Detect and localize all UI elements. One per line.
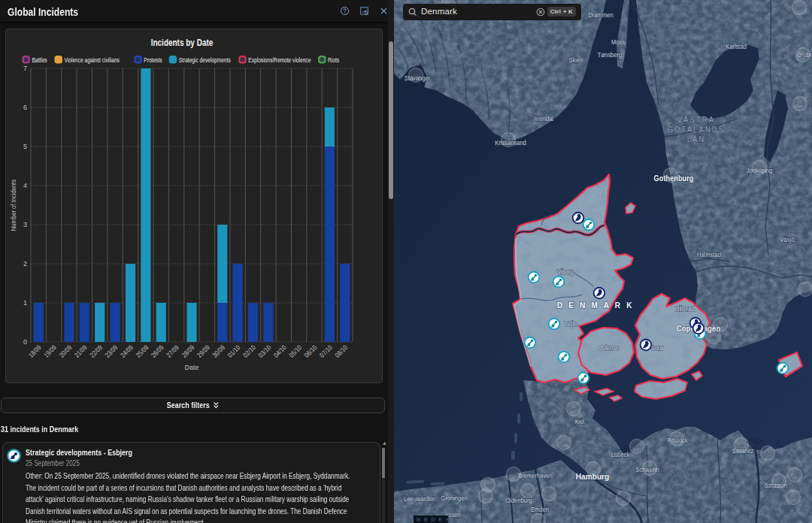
svg-text:Halmstad: Halmstad [697,252,721,259]
svg-text:Date: Date [184,364,198,371]
svg-text:Riots: Riots [328,56,339,64]
svg-text:08/10: 08/10 [333,343,349,359]
svg-text:Lübeck: Lübeck [611,452,630,459]
svg-text:VÄSTRA: VÄSTRA [677,115,715,124]
svg-text:22/09: 22/09 [88,343,104,359]
svg-text:02/10: 02/10 [241,343,257,359]
svg-text:4: 4 [23,182,27,189]
svg-text:21/09: 21/09 [73,343,89,359]
svg-text:23/09: 23/09 [103,343,119,359]
svg-text:05/10: 05/10 [287,343,303,359]
svg-text:Protests: Protests [144,56,162,64]
svg-text:3: 3 [23,221,27,228]
svg-text:Viborg: Viborg [557,269,574,277]
svg-text:Sorø: Sorø [651,345,663,352]
svg-text:LÄN: LÄN [687,135,706,144]
svg-text:Växjö: Växjö [780,237,795,244]
svg-text:Leeuwarden: Leeuwarden [404,496,435,503]
svg-text:28/09: 28/09 [180,343,195,359]
svg-text:Strategic developments: Strategic developments [179,56,231,64]
svg-text:03/10: 03/10 [256,343,272,359]
svg-text:Incidents by Date: Incidents by Date [151,38,214,47]
svg-text:N E D E R: N E D E R [417,517,451,522]
svg-text:Moss: Moss [611,39,625,47]
svg-text:26/09: 26/09 [150,343,165,359]
svg-text:29/09: 29/09 [195,343,211,359]
svg-text:07/10: 07/10 [318,343,334,359]
svg-text:20/09: 20/09 [57,343,73,359]
svg-text:7: 7 [23,65,27,72]
svg-text:1: 1 [23,299,27,307]
svg-text:Kiel: Kiel [575,419,585,426]
svg-text:Battles: Battles [32,56,47,64]
svg-text:Vejle: Vejle [565,321,577,328]
svg-text:2: 2 [23,260,27,268]
svg-text:Tønsberg: Tønsberg [598,52,622,59]
svg-text:Explosions/Remote violence: Explosions/Remote violence [248,56,311,64]
svg-text:Violence against civilians: Violence against civilians [65,56,120,64]
svg-text:Arendal: Arendal [534,116,553,123]
svg-text:Hillerød: Hillerød [675,306,695,313]
svg-text:Drammen: Drammen [588,12,613,20]
svg-text:19/09: 19/09 [42,343,58,359]
svg-text:Karlstad: Karlstad [726,44,747,51]
svg-text:18/09: 18/09 [27,343,43,359]
svg-text:Bremerhaven: Bremerhaven [518,473,552,480]
svg-text:5: 5 [23,143,27,150]
svg-text:30/09: 30/09 [211,343,226,359]
svg-text:Skien: Skien [569,57,583,65]
svg-text:25/09: 25/09 [134,343,150,359]
svg-text:27/09: 27/09 [165,343,180,359]
svg-text:6: 6 [23,104,27,111]
svg-text:01/10: 01/10 [226,343,241,359]
svg-text:D E N M A R K: D E N M A R K [557,300,634,310]
svg-text:0: 0 [23,338,27,346]
svg-text:Odense: Odense [599,345,620,352]
svg-text:04/10: 04/10 [272,343,288,359]
svg-text:Emden: Emden [531,506,549,514]
svg-text:Groningen: Groningen [441,495,467,503]
svg-text:06/10: 06/10 [302,343,318,359]
svg-text:GÖTALANDS: GÖTALANDS [668,125,725,134]
svg-text:24/09: 24/09 [119,343,135,359]
svg-text:Number of Incidents: Number of Incidents [9,180,17,231]
